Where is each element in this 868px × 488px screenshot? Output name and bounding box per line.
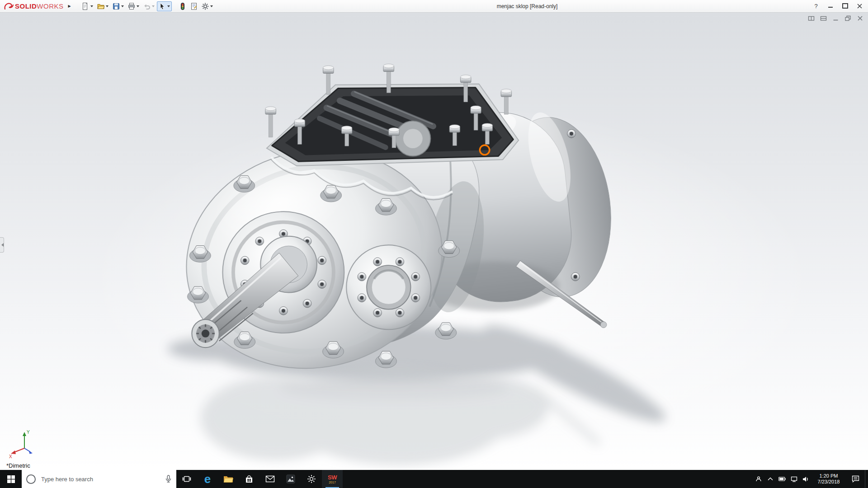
quick-access-toolbar (80, 1, 215, 11)
clock-time: 1:20 PM (820, 473, 838, 479)
options-gear-icon (201, 2, 209, 10)
doc-minimize-icon[interactable] (832, 15, 839, 22)
app-store[interactable] (239, 470, 259, 488)
app-name: SOLIDWORKS (15, 2, 64, 10)
open-button[interactable] (95, 1, 110, 11)
edge-icon: e (204, 473, 211, 485)
volume-icon[interactable] (800, 470, 811, 488)
microphone-icon[interactable] (165, 475, 172, 483)
select-tool-button[interactable] (157, 1, 172, 11)
hidden-icons-chevron[interactable] (764, 470, 776, 488)
dropdown-arrow-icon[interactable] (210, 5, 213, 9)
windows-logo-icon (7, 475, 15, 483)
search-input[interactable] (40, 475, 160, 483)
undo-button[interactable] (142, 1, 156, 11)
window-controls: ? (809, 1, 866, 11)
photos-icon (286, 474, 295, 483)
minimize-button[interactable] (824, 1, 837, 11)
help-button[interactable]: ? (809, 1, 823, 11)
taskbar-search[interactable] (22, 470, 176, 488)
document-window-controls (808, 15, 863, 22)
ds-logo-icon (4, 2, 14, 11)
file-explorer-icon (223, 475, 233, 483)
action-center-button[interactable] (846, 470, 865, 488)
maximize-button[interactable] (838, 1, 852, 11)
file-properties-button[interactable] (189, 1, 199, 11)
new-document-button[interactable] (80, 1, 95, 11)
network-icon[interactable] (788, 470, 800, 488)
triad-y-label: Y (27, 430, 30, 435)
dropdown-arrow-icon[interactable] (152, 5, 155, 9)
view-orientation-label: *Dimetric (6, 462, 30, 469)
app-edge[interactable]: e (197, 470, 218, 488)
close-icon (857, 4, 862, 9)
people-icon[interactable] (753, 470, 764, 488)
print-icon (127, 2, 136, 10)
save-button[interactable] (111, 1, 126, 11)
graphics-viewport[interactable]: X Y *Dimetric (0, 12, 868, 470)
mail-icon (265, 475, 275, 483)
triad-x-label: X (9, 454, 12, 459)
app-solidworks[interactable]: SW 2017 (322, 470, 343, 488)
solidworks-app-icon: SW 2017 (328, 474, 337, 484)
new-document-icon (81, 2, 90, 10)
system-tray: 1:20 PM 7/23/2018 (753, 470, 868, 488)
task-view-icon (182, 475, 191, 483)
viewport-canvas[interactable] (0, 12, 868, 470)
store-icon (245, 475, 254, 483)
split-horizontal-icon[interactable] (820, 15, 827, 22)
print-button[interactable] (126, 1, 141, 11)
dropdown-arrow-icon[interactable] (121, 5, 124, 9)
split-vertical-icon[interactable] (808, 15, 815, 22)
document-title: menjac sklop [Read-only] (497, 3, 558, 9)
taskbar: e (0, 470, 868, 488)
panel-collapse-handle[interactable] (0, 237, 4, 253)
options-button[interactable] (200, 1, 215, 11)
rebuild-button[interactable] (177, 1, 188, 11)
taskbar-clock[interactable]: 1:20 PM 7/23/2018 (811, 470, 846, 488)
battery-icon[interactable] (776, 470, 788, 488)
app-file-explorer[interactable] (218, 470, 239, 488)
settings-gear-icon (307, 474, 316, 483)
file-properties-icon (190, 2, 198, 10)
dropdown-arrow-icon[interactable] (106, 5, 108, 9)
doc-close-icon[interactable] (857, 15, 863, 22)
toolbar-flyout-arrow-icon[interactable]: ▶ (66, 0, 74, 12)
cortana-icon (26, 474, 36, 484)
app-settings[interactable] (301, 470, 322, 488)
undo-icon (143, 2, 151, 10)
dropdown-arrow-icon[interactable] (90, 5, 93, 9)
app-photos[interactable] (280, 470, 301, 488)
app-mail[interactable] (259, 470, 280, 488)
save-icon (112, 2, 120, 10)
rebuild-traffic-light-icon (179, 2, 187, 10)
show-desktop-button[interactable] (865, 470, 868, 488)
dropdown-arrow-icon[interactable] (167, 5, 170, 9)
titlebar: SOLIDWORKS ▶ (0, 0, 868, 13)
dropdown-arrow-icon[interactable] (137, 5, 139, 9)
open-folder-icon (97, 2, 105, 10)
start-button[interactable] (0, 470, 22, 488)
solidworks-logo: SOLIDWORKS (0, 2, 66, 11)
chevron-left-icon (0, 243, 4, 247)
task-view-button[interactable] (176, 470, 197, 488)
orientation-triad: X Y (8, 427, 36, 459)
select-cursor-icon (158, 2, 166, 10)
close-button[interactable] (853, 1, 866, 11)
floor-reflection (201, 370, 599, 465)
action-center-icon (852, 475, 859, 483)
doc-restore-icon[interactable] (844, 15, 851, 22)
clock-date: 7/23/2018 (818, 479, 840, 485)
